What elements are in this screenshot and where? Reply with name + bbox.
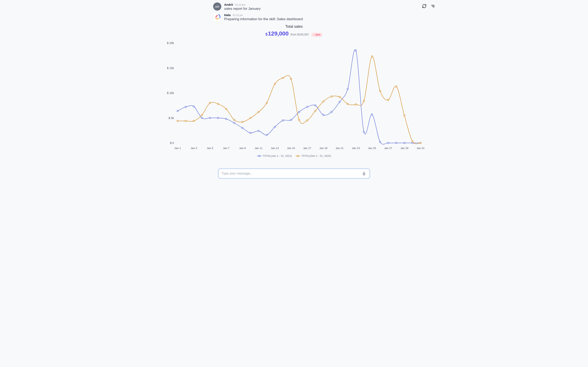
avatar-initials: AR [215, 5, 219, 8]
svg-text:Jan 1: Jan 1 [174, 147, 181, 150]
menu-icon[interactable] [430, 4, 435, 8]
svg-point-47 [339, 101, 340, 103]
svg-point-37 [258, 130, 259, 132]
svg-text:Jan 21: Jan 21 [336, 147, 344, 150]
svg-point-36 [250, 132, 251, 133]
dashboard-title: Total sales [163, 25, 425, 29]
msg-time: 03:10 pm [233, 14, 243, 17]
svg-text:Jan 31: Jan 31 [416, 147, 424, 150]
svg-text:Jan 11: Jan 11 [255, 147, 263, 150]
svg-point-87 [412, 141, 413, 142]
svg-point-48 [347, 88, 348, 90]
msg-text: sales report for January [224, 7, 261, 11]
svg-point-55 [404, 142, 405, 143]
message-bot: Hala 03:10 pm Preparing information for … [213, 13, 423, 21]
metric-from: from $183,057 [291, 33, 309, 36]
dashboard-metric: $ 129,000 from $183,057 ↓ 30% [163, 30, 425, 37]
svg-point-64 [225, 108, 227, 110]
svg-text:Jan 25: Jan 25 [368, 147, 376, 150]
legend-series-1: TOTAL(Jan 1 - 31, 2021) [263, 154, 292, 157]
svg-point-70 [274, 83, 276, 85]
message-user: AR Andrii 03:10 pm sales report for Janu… [213, 2, 423, 11]
svg-point-42 [298, 111, 300, 113]
svg-point-77 [331, 96, 332, 97]
svg-point-44 [315, 105, 316, 106]
svg-point-67 [250, 117, 251, 119]
svg-point-54 [396, 142, 397, 143]
change-pct: 30% [315, 33, 320, 36]
svg-point-31 [209, 117, 211, 119]
svg-point-5 [216, 15, 219, 18]
svg-text:$ 10k: $ 10k [167, 91, 174, 95]
svg-point-28 [185, 106, 186, 108]
change-badge: ↓ 30% [311, 33, 323, 37]
svg-point-92 [297, 155, 298, 157]
svg-text:Jan 3: Jan 3 [190, 147, 197, 150]
svg-point-40 [282, 120, 284, 121]
svg-text:Jan 15: Jan 15 [287, 147, 295, 150]
message-input-bar [218, 169, 370, 178]
metric-value: 129,000 [268, 30, 288, 37]
svg-point-80 [355, 104, 356, 105]
svg-point-75 [315, 110, 316, 112]
message-input[interactable] [222, 172, 362, 175]
svg-point-32 [217, 117, 219, 119]
svg-rect-93 [364, 172, 365, 174]
svg-point-50 [363, 131, 365, 133]
avatar [213, 13, 221, 21]
svg-point-61 [201, 114, 203, 116]
svg-text:Jan 5: Jan 5 [207, 147, 213, 150]
svg-point-49 [355, 50, 356, 51]
svg-point-35 [242, 127, 243, 129]
svg-text:Jan 27: Jan 27 [384, 147, 392, 150]
svg-point-43 [306, 106, 308, 108]
svg-point-62 [209, 102, 211, 104]
svg-point-76 [323, 101, 324, 102]
chart-legend: TOTAL(Jan 1 - 31, 2021) TOTAL(Dec 1 - 31… [163, 154, 425, 157]
sales-chart: $ 0$ 5k$ 10k$ 15k$ 20kJan 1Jan 3Jan 5Jan… [163, 39, 425, 153]
svg-point-83 [379, 90, 381, 92]
msg-time: 03:10 pm [235, 3, 245, 6]
svg-point-60 [193, 120, 195, 122]
svg-point-78 [339, 96, 340, 98]
svg-text:Jan 23: Jan 23 [352, 147, 360, 150]
svg-point-3 [213, 13, 221, 21]
svg-point-58 [177, 120, 178, 122]
svg-point-34 [233, 122, 235, 124]
svg-point-59 [185, 120, 186, 122]
svg-text:Jan 13: Jan 13 [271, 147, 279, 150]
msg-text: Preparing information for the skill: Sal… [224, 17, 303, 21]
svg-point-27 [177, 110, 178, 112]
avatar: AR [213, 2, 221, 11]
svg-point-30 [201, 117, 203, 119]
svg-point-46 [331, 111, 332, 113]
svg-point-88 [420, 142, 421, 143]
svg-point-65 [233, 119, 235, 121]
svg-point-41 [290, 119, 292, 121]
svg-point-85 [396, 86, 397, 87]
svg-point-71 [282, 77, 284, 79]
svg-text:Jan 7: Jan 7 [223, 147, 229, 150]
svg-point-79 [347, 103, 348, 105]
svg-point-39 [274, 126, 276, 128]
svg-text:$ 20k: $ 20k [167, 42, 174, 45]
svg-point-84 [388, 99, 389, 101]
svg-point-72 [290, 78, 292, 80]
msg-author: Hala [224, 13, 231, 17]
microphone-icon[interactable] [362, 171, 366, 176]
svg-text:Jan 9: Jan 9 [239, 147, 246, 150]
svg-point-74 [306, 120, 308, 121]
svg-point-90 [259, 155, 260, 157]
svg-text:$ 15k: $ 15k [167, 67, 174, 70]
svg-text:$ 0: $ 0 [170, 141, 174, 145]
svg-point-68 [258, 111, 259, 113]
svg-point-53 [388, 142, 389, 143]
svg-point-38 [266, 134, 268, 136]
arrow-down-icon: ↓ [313, 33, 314, 36]
svg-point-33 [225, 118, 227, 120]
svg-point-81 [363, 100, 365, 102]
svg-point-56 [412, 142, 413, 143]
svg-point-66 [242, 121, 243, 123]
svg-point-82 [371, 56, 373, 57]
svg-point-86 [404, 115, 405, 116]
